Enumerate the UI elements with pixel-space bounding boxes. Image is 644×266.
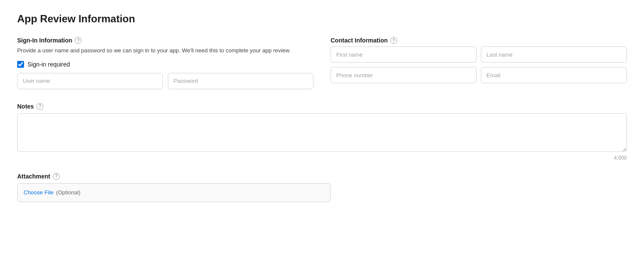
attachment-section: Attachment ? Choose File (Optional) (17, 173, 627, 202)
credentials-row (17, 73, 313, 89)
password-input[interactable] (168, 73, 313, 89)
file-input-row[interactable]: Choose File (Optional) (17, 183, 331, 202)
contact-section: Contact Information ? (331, 37, 627, 89)
contact-help-icon[interactable]: ? (390, 37, 397, 44)
optional-label: (Optional) (56, 189, 80, 196)
sign-in-section: Sign-In Information ? Provide a user nam… (17, 37, 313, 89)
sign-in-header: Sign-In Information ? (17, 37, 313, 44)
attachment-label-row: Attachment ? (17, 173, 627, 180)
sign-in-required-row: Sign-in required (17, 61, 313, 68)
choose-file-label[interactable]: Choose File (24, 189, 53, 196)
notes-title: Notes (17, 103, 34, 110)
sign-in-description: Provide a user name and password so we c… (17, 46, 292, 55)
page-title: App Review Information (17, 13, 627, 25)
sign-in-title: Sign-In Information (17, 37, 72, 44)
notes-textarea[interactable] (17, 113, 627, 152)
attachment-help-icon[interactable]: ? (53, 173, 60, 180)
notes-label-row: Notes ? (17, 103, 627, 110)
username-input[interactable] (17, 73, 163, 89)
notes-section: Notes ? 4,000 (17, 103, 627, 161)
last-name-input[interactable] (481, 46, 627, 63)
sign-in-required-checkbox[interactable] (17, 61, 24, 68)
sign-in-required-label: Sign-in required (27, 61, 70, 68)
email-input[interactable] (481, 67, 627, 83)
contact-grid (331, 46, 627, 83)
notes-help-icon[interactable]: ? (36, 103, 43, 110)
contact-header: Contact Information ? (331, 37, 627, 44)
attachment-title: Attachment (17, 173, 50, 180)
notes-char-count: 4,000 (17, 155, 627, 161)
first-name-input[interactable] (331, 46, 477, 63)
phone-input[interactable] (331, 67, 477, 83)
contact-title: Contact Information (331, 37, 388, 44)
sign-in-help-icon[interactable]: ? (75, 37, 82, 44)
